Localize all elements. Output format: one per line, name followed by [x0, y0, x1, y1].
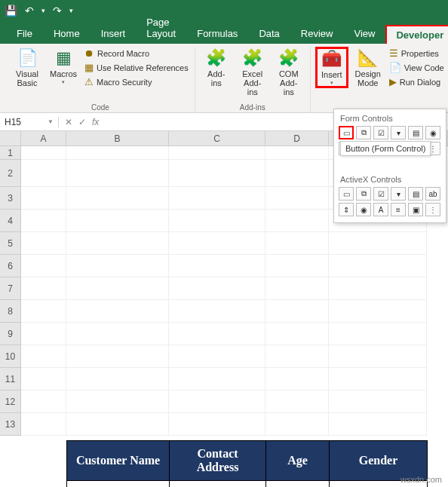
row-header[interactable]: 6	[0, 255, 21, 277]
cell[interactable]	[21, 323, 66, 345]
com-addins-button[interactable]: 🧩COM Add-ins	[272, 47, 305, 98]
tab-data[interactable]: Data	[248, 23, 290, 44]
cell[interactable]	[66, 210, 169, 232]
row-header[interactable]: 7	[0, 277, 21, 300]
activex-control-item[interactable]: A	[373, 203, 388, 216]
cell[interactable]	[329, 277, 427, 300]
cell[interactable]	[169, 277, 265, 300]
cell[interactable]	[265, 255, 329, 277]
activex-control-item[interactable]: ⧉	[356, 187, 371, 201]
cell[interactable]	[265, 160, 329, 187]
cell[interactable]	[329, 232, 427, 255]
cell[interactable]	[21, 277, 66, 300]
save-icon[interactable]: 💾	[5, 5, 17, 17]
table-cell[interactable]: 23	[266, 481, 330, 488]
row-header[interactable]: 13	[0, 413, 21, 436]
cell[interactable]	[66, 323, 169, 345]
cell[interactable]	[21, 160, 66, 187]
tab-page-layout[interactable]: Page Layout	[136, 12, 186, 44]
row-header[interactable]: 9	[0, 323, 21, 345]
select-all-corner[interactable]	[0, 131, 21, 145]
cell[interactable]	[265, 300, 329, 323]
row-header[interactable]: 3	[0, 187, 21, 210]
macros-button[interactable]: ▦ Macros ▾	[47, 47, 80, 87]
cell[interactable]	[329, 345, 427, 368]
row-header[interactable]: 10	[0, 345, 21, 368]
cell[interactable]	[265, 187, 329, 210]
cell[interactable]	[169, 146, 265, 160]
cell[interactable]	[265, 391, 329, 413]
visual-basic-button[interactable]: 📄 Visual Basic	[11, 47, 44, 89]
cell[interactable]	[21, 368, 66, 391]
cell[interactable]	[169, 160, 265, 187]
cell[interactable]	[66, 146, 169, 160]
relative-refs-button[interactable]: ▦Use Relative References	[83, 61, 190, 74]
excel-addins-button[interactable]: 🧩Excel Add-ins	[236, 47, 269, 98]
cell[interactable]	[169, 323, 265, 345]
table-cell[interactable]: Morris Johnson	[67, 481, 170, 488]
cell[interactable]	[21, 146, 66, 160]
cell[interactable]	[66, 300, 169, 323]
cell[interactable]	[169, 300, 265, 323]
col-header[interactable]: A	[21, 131, 66, 145]
cell[interactable]	[66, 345, 169, 368]
table-cell[interactable]: 444418198	[170, 481, 266, 488]
cell[interactable]	[21, 345, 66, 368]
cell[interactable]	[21, 300, 66, 323]
tab-review[interactable]: Review	[290, 23, 344, 44]
activex-control-item[interactable]: ⇕	[339, 203, 354, 216]
cell[interactable]	[169, 345, 265, 368]
table-header[interactable]: Customer Name	[67, 441, 170, 481]
confirm-icon[interactable]: ✓	[78, 117, 86, 127]
redo-icon[interactable]: ↷	[53, 5, 62, 17]
cell[interactable]	[66, 160, 169, 187]
col-header[interactable]: B	[66, 131, 169, 145]
cell[interactable]	[329, 413, 427, 436]
cell[interactable]	[21, 187, 66, 210]
cell[interactable]	[66, 277, 169, 300]
col-header[interactable]: C	[169, 131, 265, 145]
name-box[interactable]: H15▼	[0, 117, 59, 127]
cell[interactable]	[169, 210, 265, 232]
activex-control-item[interactable]: ▾	[391, 187, 406, 201]
cell[interactable]	[265, 146, 329, 160]
insert-control-button[interactable]: 🧰Insert▾	[315, 47, 348, 88]
cell[interactable]	[66, 187, 169, 210]
cell[interactable]	[265, 277, 329, 300]
macro-security-button[interactable]: ⚠Macro Security	[83, 75, 190, 88]
row-header[interactable]: 11	[0, 368, 21, 391]
cell[interactable]	[66, 255, 169, 277]
activex-control-item[interactable]: ab	[425, 187, 440, 201]
cancel-icon[interactable]: ✕	[65, 117, 72, 127]
view-code-button[interactable]: 📄View Code	[388, 61, 446, 74]
row-header[interactable]: 1	[0, 146, 21, 160]
cell[interactable]	[66, 391, 169, 413]
tab-home[interactable]: Home	[43, 23, 91, 44]
cell[interactable]	[329, 391, 427, 413]
activex-control-item[interactable]: ▤	[408, 187, 423, 201]
cell[interactable]	[329, 255, 427, 277]
cell[interactable]	[265, 323, 329, 345]
cell[interactable]	[265, 345, 329, 368]
addins-button[interactable]: 🧩Add- ins	[200, 47, 233, 89]
form-control-item[interactable]: ☑	[373, 126, 388, 139]
cell[interactable]	[265, 413, 329, 436]
form-control-item[interactable]: ▤	[408, 126, 423, 139]
cell[interactable]	[265, 210, 329, 232]
form-control-item[interactable]: ◉	[425, 126, 440, 139]
fx-icon[interactable]: fx	[92, 117, 99, 127]
cell[interactable]	[169, 255, 265, 277]
cell[interactable]	[66, 413, 169, 436]
tab-formulas[interactable]: Formulas	[186, 23, 248, 44]
cell[interactable]	[169, 232, 265, 255]
properties-button[interactable]: ☰Properties	[388, 47, 446, 60]
cell[interactable]	[21, 210, 66, 232]
activex-control-item[interactable]: ◉	[356, 203, 371, 216]
qat-customize-icon[interactable]: ▾	[69, 7, 73, 14]
undo-dropdown-icon[interactable]: ▾	[41, 7, 45, 14]
cell[interactable]	[66, 368, 169, 391]
tab-file[interactable]: File	[6, 23, 43, 44]
table-header[interactable]: Age	[266, 441, 330, 481]
row-header[interactable]: 8	[0, 300, 21, 323]
col-header[interactable]: D	[265, 131, 329, 145]
